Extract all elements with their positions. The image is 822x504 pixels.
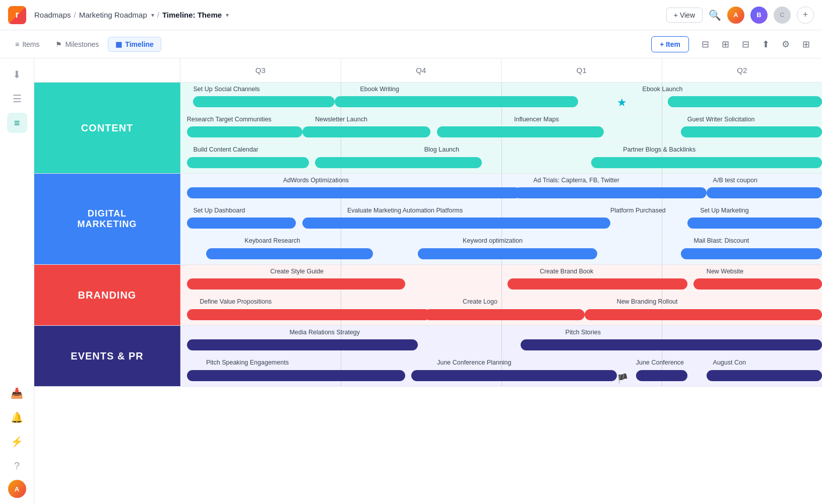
- milestones-icon: ⚑: [55, 40, 62, 48]
- group-branding: BRANDING Create Style Guide Create Brand…: [34, 265, 822, 326]
- task-label: AdWords Optimizations: [283, 177, 349, 184]
- gantt-bar[interactable]: [315, 157, 482, 168]
- gantt-bar[interactable]: [681, 126, 822, 137]
- breadcrumb-timeline[interactable]: Timeline: Theme: [162, 11, 222, 19]
- view-button[interactable]: + View: [666, 8, 703, 23]
- task-label: Set Up Marketing: [700, 207, 749, 214]
- avatar-3[interactable]: C: [774, 7, 791, 24]
- task-label: Build Content Calendar: [193, 146, 258, 153]
- task-label: June Conference Planning: [437, 359, 511, 366]
- view-button-label: + View: [674, 11, 695, 19]
- gantt-bar[interactable]: [514, 187, 707, 198]
- gantt-bar[interactable]: [437, 126, 604, 137]
- gantt-bar[interactable]: [636, 370, 687, 381]
- breadcrumb-marketing[interactable]: Marketing Roadmap: [79, 11, 147, 19]
- sidebar-import[interactable]: 📥: [7, 383, 27, 403]
- milestone-flag: 🏴: [617, 373, 628, 384]
- expand-icon[interactable]: ⊞: [798, 36, 814, 52]
- groups-container: CONTENT Set Up Social Channels Ebook Wri…: [34, 83, 822, 504]
- breadcrumb-arrow-2[interactable]: ▾: [226, 12, 229, 19]
- gantt-bar[interactable]: [187, 278, 405, 290]
- gantt-bar[interactable]: [681, 248, 822, 259]
- gantt-bar[interactable]: [206, 248, 373, 259]
- tab-items[interactable]: ≡ Items: [8, 37, 46, 51]
- gantt-bar[interactable]: [521, 339, 822, 350]
- breadcrumb-roadmaps[interactable]: Roadmaps: [34, 11, 71, 19]
- gantt-bar[interactable]: [693, 278, 822, 290]
- gantt-bar[interactable]: [585, 309, 822, 320]
- milestone-star: ★: [617, 96, 627, 109]
- add-member-button[interactable]: +: [797, 7, 814, 24]
- gantt-bar[interactable]: [707, 187, 822, 198]
- sidebar-list[interactable]: ☰: [7, 89, 27, 109]
- filter-icon[interactable]: ⊟: [697, 36, 713, 52]
- gantt-bar[interactable]: [187, 126, 302, 137]
- columns-icon[interactable]: ⊟: [737, 36, 753, 52]
- gantt-bar[interactable]: [187, 339, 418, 350]
- task-label: Create Logo: [463, 298, 497, 305]
- tab-timeline[interactable]: ▦ Timeline: [108, 37, 161, 52]
- task-label: Research Target Communities: [187, 116, 272, 123]
- gantt-bar[interactable]: [707, 370, 822, 381]
- settings-icon[interactable]: ⚙: [778, 36, 794, 52]
- group-label-digital: DIGITAL MARKETING: [34, 174, 180, 264]
- task-label: June Conference: [636, 359, 684, 366]
- gantt-bar[interactable]: [187, 157, 309, 168]
- tab-timeline-label: Timeline: [125, 40, 154, 48]
- quarter-q2: Q2: [662, 58, 823, 82]
- task-label: Mail Blast: Discount: [693, 237, 749, 244]
- avatar-1[interactable]: A: [727, 7, 744, 24]
- sidebar-user-avatar[interactable]: A: [8, 480, 26, 498]
- group-icon[interactable]: ⊞: [717, 36, 733, 52]
- gantt-bar[interactable]: [668, 96, 822, 107]
- group-events: EVENTS & PR Media Relations Strategy Pit…: [34, 326, 822, 387]
- task-label: Define Value Propositions: [200, 298, 272, 305]
- tab-milestones-label: Milestones: [65, 40, 99, 48]
- breadcrumb: Roadmaps / Marketing Roadmap ▾ / Timelin…: [34, 11, 229, 19]
- gantt-bar[interactable]: [508, 278, 687, 290]
- gantt-bar[interactable]: [187, 218, 296, 229]
- gantt-bar[interactable]: [187, 309, 431, 320]
- gantt-bar[interactable]: [418, 248, 597, 259]
- gantt-bar[interactable]: [424, 309, 585, 320]
- add-item-button[interactable]: + Item: [651, 36, 689, 52]
- gantt-bar[interactable]: [187, 187, 521, 198]
- task-label: Influencer Maps: [514, 116, 559, 123]
- gantt-bar[interactable]: [591, 157, 822, 168]
- sidebar-lightning[interactable]: ⚡: [7, 431, 27, 452]
- top-nav: r Roadmaps / Marketing Roadmap ▾ / Timel…: [0, 0, 822, 30]
- sidebar-timeline[interactable]: ≡: [7, 113, 27, 133]
- sidebar-download[interactable]: ⬇: [7, 64, 27, 85]
- main-layout: ⬇ ☰ ≡ 📥 🔔 ⚡ ? A Q3 Q4 Q1 Q2 CONTENT: [0, 58, 822, 504]
- gantt-bar[interactable]: [687, 218, 822, 229]
- gantt-bar[interactable]: [411, 370, 616, 381]
- task-label: Guest Writer Solicitation: [687, 116, 755, 123]
- items-icon: ≡: [15, 40, 19, 48]
- task-label: Pitch Speaking Engagements: [206, 359, 289, 366]
- avatar-2[interactable]: B: [750, 7, 768, 24]
- logo-text: r: [15, 10, 19, 20]
- gantt-bar[interactable]: [302, 218, 610, 229]
- tab-milestones[interactable]: ⚑ Milestones: [48, 37, 106, 51]
- sidebar-help[interactable]: ?: [7, 456, 27, 476]
- toolbar: ≡ Items ⚑ Milestones ▦ Timeline + Item ⊟…: [0, 30, 822, 58]
- task-label: Evaluate Marketing Automation Platforms: [347, 207, 463, 214]
- task-label: Media Relations Strategy: [289, 329, 360, 336]
- gantt-bar[interactable]: [335, 96, 579, 107]
- task-label: Ebook Launch: [643, 86, 683, 93]
- task-label: Create Brand Book: [540, 268, 593, 275]
- task-label: Set Up Dashboard: [193, 207, 245, 214]
- task-label: Keyboard Research: [244, 237, 300, 244]
- app-logo[interactable]: r: [8, 6, 26, 24]
- gantt-bar[interactable]: [187, 370, 405, 381]
- group-digital: DIGITAL MARKETING AdWords Optimizations …: [34, 174, 822, 265]
- gantt-bar[interactable]: [302, 126, 431, 137]
- task-label: Create Style Guide: [270, 268, 324, 275]
- task-label: Ad Trials: Capterra, FB, Twitter: [533, 177, 619, 184]
- sidebar-bell[interactable]: 🔔: [7, 407, 27, 427]
- gantt-bar[interactable]: [193, 96, 334, 107]
- search-icon[interactable]: 🔍: [709, 9, 721, 21]
- breadcrumb-arrow-1[interactable]: ▾: [151, 12, 154, 19]
- task-label: Pitch Stories: [565, 329, 601, 336]
- export-icon[interactable]: ⬆: [757, 36, 774, 52]
